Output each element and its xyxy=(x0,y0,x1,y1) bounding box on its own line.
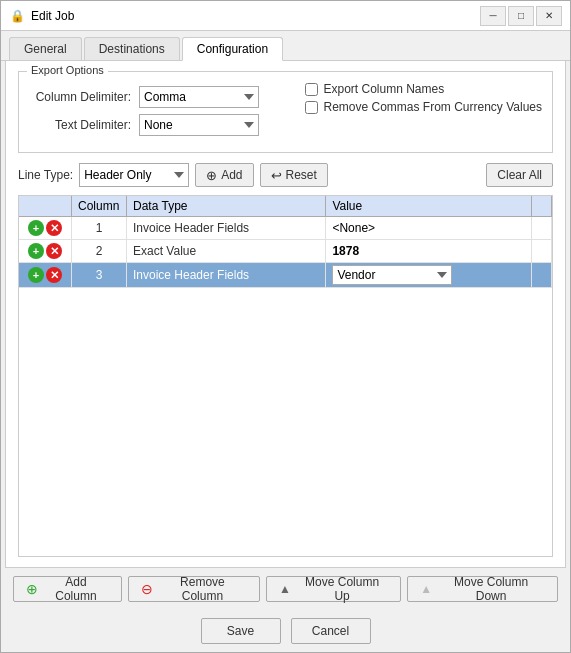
title-bar: 🔒 Edit Job ─ □ ✕ xyxy=(1,1,570,31)
text-delimiter-label: Text Delimiter: xyxy=(29,118,139,132)
move-column-up-button[interactable]: ▲ Move Column Up xyxy=(266,576,401,602)
row-number: 3 xyxy=(72,263,127,288)
move-column-down-button[interactable]: ▲ Move Column Down xyxy=(407,576,558,602)
row-remove-button[interactable]: ✕ xyxy=(46,243,62,259)
line-type-select[interactable]: Header Only Detail Only Both xyxy=(79,163,189,187)
minimize-button[interactable]: ─ xyxy=(480,6,506,26)
row-remove-button[interactable]: ✕ xyxy=(46,267,62,283)
row-actions-cell: + ✕ xyxy=(19,240,72,263)
row-add-button[interactable]: + xyxy=(28,267,44,283)
row-number: 2 xyxy=(72,240,127,263)
header-value: Value xyxy=(326,196,531,217)
bottom-toolbar: ⊕ Add Column ⊖ Remove Column ▲ Move Colu… xyxy=(1,568,570,610)
export-column-names-row[interactable]: Export Column Names xyxy=(305,82,542,96)
export-column-names-checkbox[interactable] xyxy=(305,83,318,96)
remove-commas-row[interactable]: Remove Commas From Currency Values xyxy=(305,100,542,114)
header-actions xyxy=(19,196,72,217)
header-extra xyxy=(531,196,551,217)
row-value: 1878 xyxy=(326,240,531,263)
remove-commas-checkbox[interactable] xyxy=(305,101,318,114)
add-button[interactable]: ⊕ Add xyxy=(195,163,253,187)
main-content: Export Options Column Delimiter: Comma T… xyxy=(5,61,566,568)
table-header-row: Column Data Type Value xyxy=(19,196,552,217)
export-options-title: Export Options xyxy=(27,64,108,76)
reset-button[interactable]: ↩ Reset xyxy=(260,163,328,187)
row-actions-cell: + ✕ xyxy=(19,263,72,288)
add-column-button[interactable]: ⊕ Add Column xyxy=(13,576,122,602)
clear-all-button[interactable]: Clear All xyxy=(486,163,553,187)
tab-general[interactable]: General xyxy=(9,37,82,60)
tab-bar: General Destinations Configuration xyxy=(1,31,570,61)
column-delimiter-select[interactable]: Comma Tab Semicolon Pipe xyxy=(139,86,259,108)
table-row: + ✕ 1 Invoice Header Fields <None> xyxy=(19,217,552,240)
row-add-button[interactable]: + xyxy=(28,220,44,236)
line-type-label: Line Type: xyxy=(18,168,73,182)
column-delimiter-label: Column Delimiter: xyxy=(29,90,139,104)
row-actions: + ✕ xyxy=(25,219,65,237)
remove-commas-label: Remove Commas From Currency Values xyxy=(323,100,542,114)
table-row: + ✕ 2 Exact Value 1878 xyxy=(19,240,552,263)
main-window: 🔒 Edit Job ─ □ ✕ General Destinations Co… xyxy=(0,0,571,653)
close-button[interactable]: ✕ xyxy=(536,6,562,26)
row-data-type: Invoice Header Fields xyxy=(127,263,326,288)
tab-configuration[interactable]: Configuration xyxy=(182,37,283,61)
save-button[interactable]: Save xyxy=(201,618,281,644)
footer: Save Cancel xyxy=(1,610,570,652)
window-icon: 🔒 xyxy=(9,8,25,24)
row-value: <None> xyxy=(326,217,531,240)
export-column-names-label: Export Column Names xyxy=(323,82,444,96)
add-icon: ⊕ xyxy=(206,168,217,183)
data-table: Column Data Type Value + ✕ xyxy=(19,196,552,288)
row-remove-button[interactable]: ✕ xyxy=(46,220,62,236)
window-title: Edit Job xyxy=(31,9,480,23)
row-actions: + ✕ xyxy=(25,242,65,260)
restore-button[interactable]: □ xyxy=(508,6,534,26)
add-column-icon: ⊕ xyxy=(26,581,38,597)
export-options-group: Export Options Column Delimiter: Comma T… xyxy=(18,71,553,153)
move-up-icon: ▲ xyxy=(279,582,291,596)
header-column: Column xyxy=(72,196,127,217)
remove-column-icon: ⊖ xyxy=(141,581,153,597)
line-type-bar: Line Type: Header Only Detail Only Both … xyxy=(18,163,553,187)
checkbox-group: Export Column Names Remove Commas From C… xyxy=(305,82,542,114)
row-actions: + ✕ xyxy=(25,266,65,284)
row-value-cell: Vendor Invoice Date Invoice Number Amoun… xyxy=(326,263,531,288)
text-delimiter-row: Text Delimiter: None Double Quote Single… xyxy=(29,114,285,136)
row-data-type: Exact Value xyxy=(127,240,326,263)
header-data-type: Data Type xyxy=(127,196,326,217)
move-down-icon: ▲ xyxy=(420,582,432,596)
cancel-button[interactable]: Cancel xyxy=(291,618,371,644)
title-bar-buttons: ─ □ ✕ xyxy=(480,6,562,26)
row-add-button[interactable]: + xyxy=(28,243,44,259)
column-delimiter-row: Column Delimiter: Comma Tab Semicolon Pi… xyxy=(29,86,285,108)
reset-icon: ↩ xyxy=(271,168,282,183)
tab-destinations[interactable]: Destinations xyxy=(84,37,180,60)
text-delimiter-select[interactable]: None Double Quote Single Quote xyxy=(139,114,259,136)
table-row[interactable]: + ✕ 3 Invoice Header Fields Vendor Invoi… xyxy=(19,263,552,288)
row-number: 1 xyxy=(72,217,127,240)
row-data-type: Invoice Header Fields xyxy=(127,217,326,240)
remove-column-button[interactable]: ⊖ Remove Column xyxy=(128,576,260,602)
row-actions-cell: + ✕ xyxy=(19,217,72,240)
data-table-container: Column Data Type Value + ✕ xyxy=(18,195,553,557)
row-value-select[interactable]: Vendor Invoice Date Invoice Number Amoun… xyxy=(332,265,452,285)
